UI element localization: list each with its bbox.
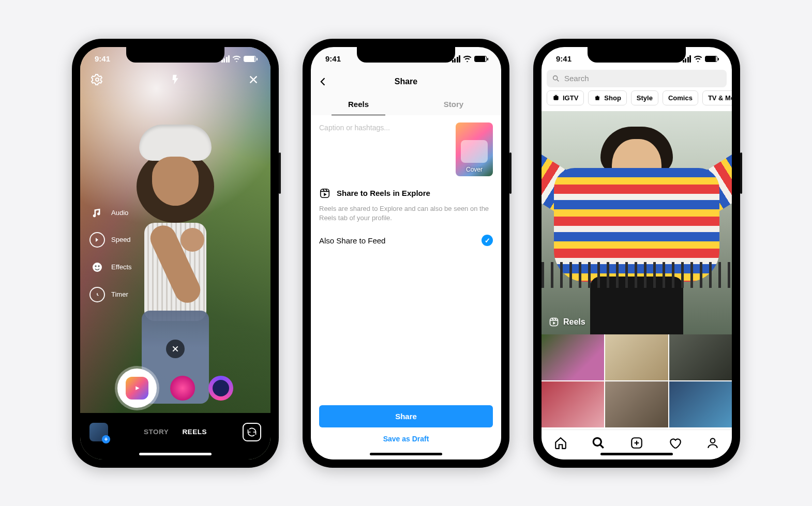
wifi-icon [232,55,241,62]
tool-effects-label: Effects [111,263,132,271]
effects-icon [89,261,105,273]
svg-point-3 [98,265,99,267]
notch [588,47,686,63]
phone-explore: 9:41 Search IGTV Shop Style Comics TV & … [533,39,740,468]
status-time: 9:41 [95,54,110,63]
effect-preset-2[interactable] [208,376,233,401]
reels-icon [549,317,559,327]
mode-reels[interactable]: REELS [182,428,207,436]
chip-igtv[interactable]: IGTV [547,90,584,105]
svg-point-1 [93,263,102,272]
music-icon [89,207,105,219]
explore-tile[interactable] [542,334,604,380]
share-reels-description: Reels are shared to Explore and can also… [319,204,493,224]
explore-grid [542,334,732,427]
timer-icon [89,287,105,302]
mode-story[interactable]: STORY [144,428,169,436]
tool-effects[interactable]: Effects [89,261,132,273]
gear-icon[interactable] [89,72,105,87]
share-reels-title: Share to Reels in Explore [337,189,430,197]
chip-shop[interactable]: Shop [588,90,627,105]
home-indicator [600,453,673,455]
reels-icon [319,188,330,199]
wifi-icon [463,55,472,62]
notch [126,47,224,63]
hero-tag-label: Reels [563,317,585,327]
svg-point-10 [711,438,715,443]
battery-icon [474,56,487,62]
flash-off-icon[interactable] [168,72,183,87]
save-draft-button[interactable]: Save as Draft [319,427,493,450]
chip-style[interactable]: Style [631,90,658,105]
explore-chips: IGTV Shop Style Comics TV & Movie [547,90,732,105]
search-input[interactable]: Search [547,70,727,87]
also-share-feed-label: Also Share to Feed [319,236,385,245]
tab-story[interactable]: Story [406,94,501,116]
tool-audio[interactable]: Audio [89,207,132,219]
back-button[interactable] [318,76,328,87]
search-icon [552,74,560,83]
svg-rect-4 [321,189,329,197]
svg-point-0 [96,78,99,81]
svg-rect-7 [550,318,558,326]
nav-home[interactable] [554,436,567,450]
tool-timer-label: Timer [111,290,128,298]
status-time: 9:41 [325,54,341,63]
cover-thumbnail[interactable]: Cover [456,122,493,176]
tool-audio-label: Audio [111,209,128,217]
camera-tools: Audio Speed Effects Timer [89,207,132,302]
nav-profile[interactable] [706,436,719,450]
explore-tile[interactable] [605,381,668,427]
shop-icon [594,94,601,101]
battery-icon [705,56,717,62]
cover-label: Cover [456,166,493,173]
chip-tv[interactable]: TV & Movie [702,90,732,105]
effect-preset-1[interactable] [170,376,195,401]
reels-icon [126,377,148,400]
status-time: 9:41 [556,54,572,63]
home-indicator [139,453,212,455]
svg-point-2 [95,265,96,267]
notch [357,47,455,63]
svg-point-5 [553,75,558,80]
svg-point-8 [594,438,602,446]
tool-timer[interactable]: Timer [89,287,132,302]
gallery-button[interactable] [89,423,108,441]
tool-speed-label: Speed [111,236,131,243]
also-share-feed-toggle[interactable]: ✓ [482,235,493,246]
svg-rect-6 [553,96,558,100]
share-button[interactable]: Share [319,405,493,427]
phone-reels-camera: 9:41 [72,39,279,468]
header-title: Share [395,77,417,86]
explore-tile[interactable] [669,334,732,380]
camera-flip-button[interactable] [243,423,261,441]
search-placeholder: Search [564,74,589,83]
nav-search[interactable] [592,436,605,450]
explore-tile[interactable] [669,381,732,427]
explore-hero-reel[interactable]: Reels [542,111,732,334]
explore-tile[interactable] [542,381,604,427]
phone-share: 9:41 Share Reels Story Caption or hashta… [303,39,509,468]
speed-icon [89,232,105,248]
nav-activity[interactable] [668,436,682,450]
wifi-icon [694,55,702,62]
igtv-icon [552,94,560,101]
caption-input[interactable]: Caption or hashtags... [319,122,448,176]
nav-new-post[interactable] [630,436,643,450]
explore-tile[interactable] [605,334,668,380]
chip-comics[interactable]: Comics [663,90,698,105]
close-icon[interactable] [246,72,261,87]
home-indicator [370,453,442,455]
clear-effect-button[interactable] [166,340,185,358]
tool-speed[interactable]: Speed [89,232,132,248]
tab-reels[interactable]: Reels [311,94,406,116]
battery-icon [244,56,256,62]
shutter-button[interactable] [117,369,157,408]
